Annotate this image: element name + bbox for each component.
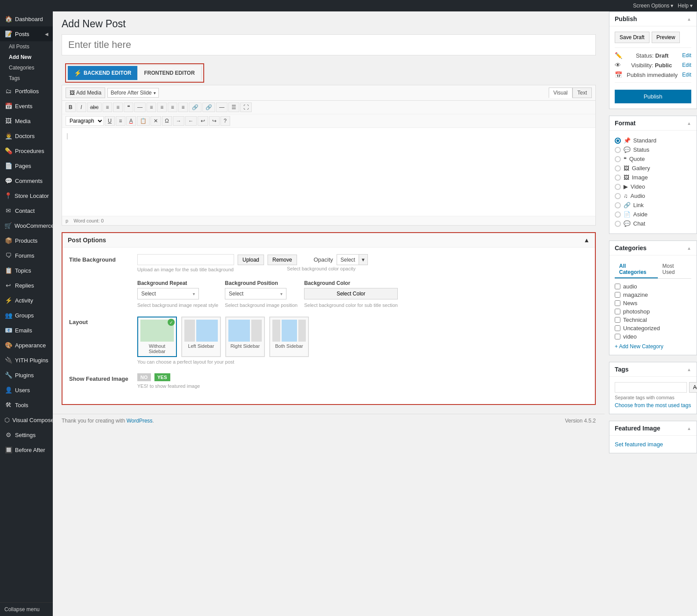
format-quote[interactable]: ❝ Quote [615,154,691,164]
align-center-button[interactable]: ≡ [157,102,167,112]
format-image[interactable]: 🖼 Image [615,173,691,182]
cat-tab-all[interactable]: All Categories [615,261,658,278]
bg-position-select[interactable]: Select ▾ [225,288,286,299]
format-standard[interactable]: 📌 Standard [615,136,691,145]
wordpress-link[interactable]: WordPress [126,418,152,424]
format-chat[interactable]: 💬 Chat [615,219,691,228]
insert-link-button[interactable]: 🔗 [189,102,202,112]
special-char-button[interactable]: Ω [162,116,172,126]
sidebar-item-procedures[interactable]: 💊 Procedures [0,143,53,158]
format-dropdown[interactable]: Before After Slide ▾ [107,88,158,98]
sidebar-item-products[interactable]: 📦 Products [0,233,53,248]
toolbar-toggle-button[interactable]: ☰ [228,102,239,112]
layout-without-sidebar[interactable]: ✓ Without Sidebar [137,317,177,357]
cat-technical[interactable]: Technical [615,316,691,324]
cat-uncategorized-checkbox[interactable] [615,325,620,331]
unordered-list-button[interactable]: ≡ [103,102,112,112]
cat-news-checkbox[interactable] [615,300,620,306]
justify-button[interactable]: ≡ [116,116,125,126]
cat-audio[interactable]: audio [615,282,691,291]
cat-photoshop[interactable]: photoshop [615,307,691,316]
add-media-button[interactable]: 🖼 Add Media [66,87,105,98]
sidebar-sub-add-new[interactable]: Add New [0,52,53,62]
sidebar-item-tools[interactable]: 🛠 Tools [0,397,53,412]
opacity-select[interactable]: Select ▾ [337,254,368,265]
backend-editor-button[interactable]: ⚡ BACKEND EDITOR [68,66,138,80]
horizontal-rule-button[interactable]: — [134,102,146,112]
sidebar-sub-tags[interactable]: Tags [0,73,53,84]
featured-image-panel-header[interactable]: Featured Image ▲ [609,421,697,436]
sidebar-item-contact[interactable]: ✉ Contact [0,203,53,218]
sidebar-item-doctors[interactable]: 👨‍⚕️ Doctors [0,128,53,143]
cat-photoshop-checkbox[interactable] [615,309,620,314]
cat-uncategorized[interactable]: Uncategorized [615,324,691,332]
sidebar-item-store-locator[interactable]: 📍 Store Locator [0,188,53,203]
align-justify-button[interactable]: ≡ [178,102,188,112]
sidebar-item-users[interactable]: 👤 Users [0,383,53,397]
tab-visual[interactable]: Visual [549,87,572,98]
select-color-button[interactable]: Select Color [304,288,398,299]
redo-button[interactable]: ↪ [209,116,220,126]
cat-news[interactable]: News [615,299,691,307]
opacity-arrow-icon[interactable]: ▾ [359,255,367,265]
format-aside[interactable]: 📄 Aside [615,210,691,219]
underline-button[interactable]: U [105,116,115,126]
cat-video[interactable]: video [615,332,691,341]
toggle-no-button[interactable]: NO [137,373,151,381]
sidebar-item-plugins[interactable]: 🔧 Plugins [0,368,53,383]
align-left-button[interactable]: ≡ [147,102,156,112]
visibility-edit-link[interactable]: Edit [682,62,691,68]
sidebar-item-forums[interactable]: 🗨 Forums [0,248,53,263]
set-featured-image-link[interactable]: Set featured image [615,441,663,448]
bold-button[interactable]: B [66,102,76,112]
sidebar-item-emails[interactable]: 📧 Emails [0,323,53,338]
sidebar-item-yith-plugins[interactable]: 🔌 YITH Plugins [0,353,53,368]
editor-content[interactable]: | [62,128,595,216]
tag-input[interactable] [615,382,687,393]
toggle-yes-button[interactable]: YES [154,373,170,381]
sidebar-item-posts[interactable]: 📝 Posts ◀ [0,26,53,41]
sidebar-item-woocommerce[interactable]: 🛒 WooCommerce [0,218,53,233]
format-video[interactable]: ▶ Video [615,182,691,191]
upload-input[interactable] [137,254,234,265]
sidebar-item-activity[interactable]: ⚡ Activity [0,293,53,308]
text-color-button[interactable]: A [126,116,136,126]
sidebar-item-topics[interactable]: 📋 Topics [0,263,53,278]
blockquote-button[interactable]: ❝ [124,102,133,112]
frontend-editor-button[interactable]: FRONTEND EDITOR [138,66,201,80]
publish-time-edit-link[interactable]: Edit [682,72,691,78]
clear-format-button[interactable]: ✕ [150,116,161,126]
save-draft-button[interactable]: Save Draft [615,32,649,43]
paragraph-select[interactable]: Paragraph [66,116,104,126]
categories-panel-header[interactable]: Categories ▲ [609,241,697,255]
format-link[interactable]: 🔗 Link [615,200,691,210]
post-title-input[interactable] [62,34,596,55]
cat-magazine-checkbox[interactable] [615,292,620,298]
indent-button[interactable]: → [173,116,184,126]
layout-left-sidebar[interactable]: Left Sidebar [181,317,221,357]
sidebar-item-comments[interactable]: 💬 Comments [0,173,53,188]
sidebar-item-before-after[interactable]: 🔲 Before After [0,442,53,457]
upload-button[interactable]: Upload [238,255,264,265]
remove-button[interactable]: Remove [268,255,297,265]
help-button[interactable]: Help ▾ [678,3,693,9]
preview-button[interactable]: Preview [652,32,680,43]
ordered-list-button[interactable]: ≡ [113,102,123,112]
insert-more-button[interactable]: — [216,102,227,112]
cat-audio-checkbox[interactable] [615,284,620,289]
format-audio[interactable]: ♫ Audio [615,191,691,200]
italic-button[interactable]: I [77,102,86,112]
layout-right-sidebar[interactable]: Right Sidebar [225,317,265,357]
bg-repeat-select[interactable]: Select ▾ [137,288,199,299]
layout-both-sidebar[interactable]: Both Sidebar [269,317,309,357]
sidebar-item-dashboard[interactable]: 🏠 Dashboard [0,11,53,26]
help-button-fmt[interactable]: ? [220,116,230,126]
sidebar-item-appearance[interactable]: 🎨 Appearance [0,338,53,353]
cat-video-checkbox[interactable] [615,334,620,339]
choose-tags-link[interactable]: Choose from the most used tags [615,402,691,408]
tag-add-button[interactable]: Add [689,382,697,393]
undo-button[interactable]: ↩ [198,116,208,126]
cat-tab-most-used[interactable]: Most Used [658,261,691,278]
outdent-button[interactable]: ← [185,116,197,126]
sidebar-item-portfolios[interactable]: 🗂 Portfolios [0,84,53,98]
